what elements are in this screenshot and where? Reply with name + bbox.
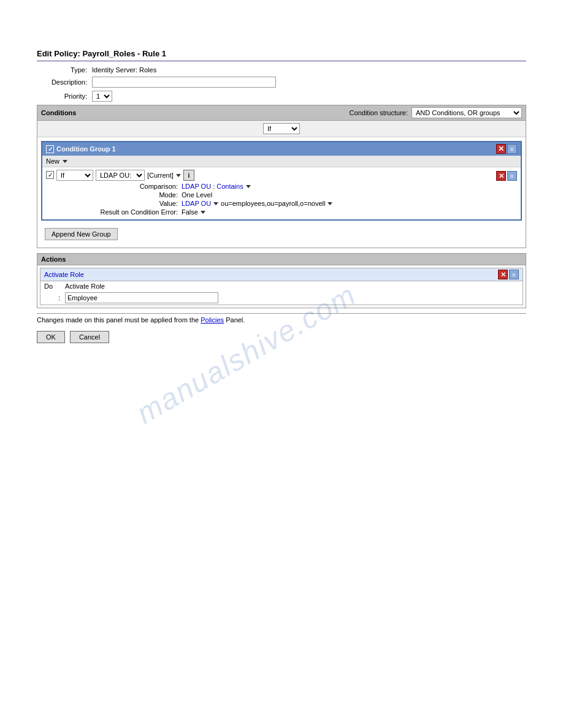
condition-if-select[interactable]: If Unless bbox=[56, 170, 93, 181]
result-dropdown[interactable]: False bbox=[182, 208, 205, 216]
condition-checkbox[interactable]: ✓ bbox=[46, 171, 54, 179]
condition-structure-label: Condition structure: bbox=[350, 109, 408, 116]
bottom-notice: Changes made on this panel must be appli… bbox=[37, 313, 526, 326]
current-dropdown-arrow-icon bbox=[176, 174, 181, 177]
append-new-group-button[interactable]: Append New Group bbox=[45, 228, 118, 240]
type-label: Type: bbox=[37, 66, 92, 74]
ok-button[interactable]: OK bbox=[37, 331, 65, 343]
cancel-button[interactable]: Cancel bbox=[70, 331, 109, 343]
result-label: Result on Condition Error: bbox=[59, 208, 182, 216]
new-label: New bbox=[46, 157, 59, 165]
condition-close-icon[interactable]: ✕ bbox=[496, 171, 506, 181]
action-item-title[interactable]: Activate Role bbox=[44, 271, 84, 278]
ldap-path-dropdown[interactable]: ou=employees,ou=payroll,o=novell bbox=[221, 200, 332, 207]
comparison-dropdown[interactable]: LDAP OU : Contains bbox=[182, 183, 251, 190]
description-input[interactable] bbox=[92, 77, 276, 88]
comparison-value: LDAP OU : Contains bbox=[182, 183, 243, 190]
condition-structure-select[interactable]: AND Conditions, OR groups OR Conditions,… bbox=[412, 107, 522, 118]
mode-value: One Level bbox=[182, 191, 212, 199]
actions-label: Actions bbox=[37, 254, 526, 265]
condition-group-title: Condition Group 1 bbox=[56, 145, 116, 153]
condition-group-close-icon[interactable]: ✕ bbox=[496, 144, 506, 154]
action-colon-label: : bbox=[44, 294, 63, 301]
ldap-path-dropdown-arrow-icon bbox=[327, 202, 332, 205]
ldap-ou-dropdown[interactable]: LDAP OU bbox=[182, 200, 218, 207]
current-value: [Current] bbox=[147, 172, 174, 179]
result-dropdown-arrow-icon bbox=[201, 211, 205, 214]
comparison-label: Comparison: bbox=[59, 183, 182, 190]
page-title: Edit Policy: Payroll_Roles - Rule 1 bbox=[37, 49, 526, 61]
current-dropdown[interactable]: [Current] bbox=[147, 172, 181, 179]
action-role-input[interactable] bbox=[65, 292, 218, 303]
if-select[interactable]: If Unless bbox=[263, 123, 300, 134]
action-close-icon[interactable]: ✕ bbox=[498, 270, 508, 279]
condition-ldap-ou-select[interactable]: LDAP OU: bbox=[96, 170, 145, 181]
description-label: Description: bbox=[37, 78, 92, 86]
info-button[interactable]: i bbox=[183, 170, 194, 181]
priority-label: Priority: bbox=[37, 93, 92, 100]
type-value: Identity Server: Roles bbox=[92, 66, 156, 74]
ldap-ou-value: LDAP OU bbox=[182, 200, 211, 207]
ldap-path-value: ou=employees,ou=payroll,o=novell bbox=[221, 200, 325, 207]
priority-select[interactable]: 1 2 3 bbox=[92, 91, 112, 102]
condition-group-expand-icon[interactable]: ≡ bbox=[507, 144, 517, 154]
comparison-dropdown-arrow-icon bbox=[246, 185, 251, 188]
result-value: False bbox=[182, 208, 198, 216]
ldap-ou-dropdown-arrow-icon bbox=[213, 202, 218, 205]
action-do-label: Do bbox=[44, 282, 63, 290]
new-dropdown-arrow-icon[interactable] bbox=[63, 160, 67, 163]
value-label: Value: bbox=[59, 200, 182, 207]
mode-label: Mode: bbox=[59, 191, 182, 199]
action-do-value: Activate Role bbox=[65, 282, 105, 290]
condition-group-checkbox[interactable]: ✓ bbox=[46, 145, 54, 153]
policies-link[interactable]: Policies bbox=[201, 316, 224, 324]
conditions-label: Conditions bbox=[41, 109, 76, 116]
condition-expand-icon[interactable]: ≡ bbox=[507, 171, 517, 181]
action-expand-icon[interactable]: ≡ bbox=[509, 270, 519, 279]
